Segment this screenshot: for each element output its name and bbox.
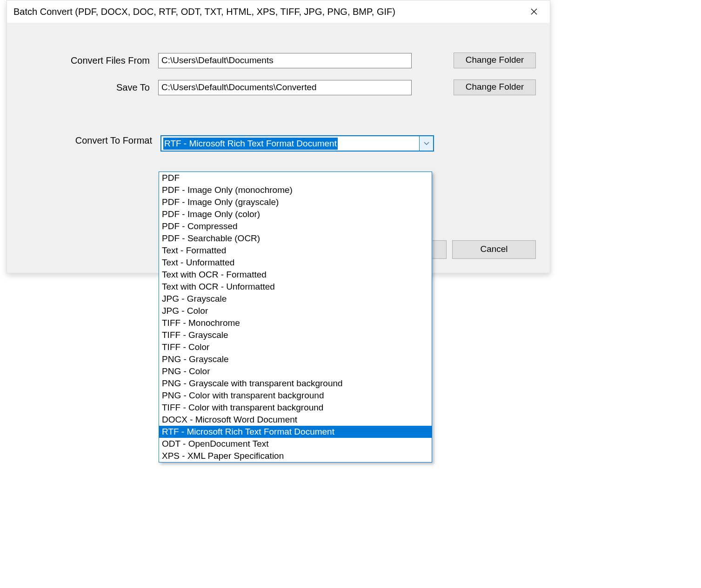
format-option[interactable]: Text with OCR - Unformatted (159, 281, 432, 293)
format-option[interactable]: TIFF - Color with transparent background (159, 402, 432, 414)
close-button[interactable] (525, 5, 543, 18)
dialog-title: Batch Convert (PDF, DOCX, DOC, RTF, ODT,… (13, 7, 395, 17)
format-combobox[interactable]: RTF - Microsoft Rich Text Format Documen… (160, 135, 434, 152)
save-to-input[interactable] (158, 80, 412, 95)
format-option[interactable]: TIFF - Color (159, 341, 432, 353)
format-option[interactable]: Text - Formatted (159, 244, 432, 257)
row-format: Convert To Format RTF - Microsoft Rich T… (21, 135, 536, 152)
format-option[interactable]: TIFF - Grayscale (159, 329, 432, 341)
format-option[interactable]: PDF (159, 172, 432, 184)
format-option[interactable]: ODT - OpenDocument Text (159, 438, 432, 450)
format-combo-wrap: RTF - Microsoft Rich Text Format Documen… (160, 135, 434, 152)
close-icon (531, 8, 537, 15)
chevron-down-icon (424, 142, 429, 145)
format-option[interactable]: TIFF - Monochrome (159, 317, 432, 329)
format-selected-display: RTF - Microsoft Rich Text Format Documen… (161, 136, 419, 151)
format-option[interactable]: PNG - Color with transparent background (159, 390, 432, 402)
row-save-to: Save To Change Folder (21, 79, 536, 95)
format-option[interactable]: PNG - Color (159, 365, 432, 377)
format-option[interactable]: PDF - Image Only (color) (159, 208, 432, 220)
format-dropdown-list[interactable]: PDFPDF - Image Only (monochrome)PDF - Im… (159, 172, 432, 462)
format-option[interactable]: JPG - Color (159, 305, 432, 317)
format-option[interactable]: Text with OCR - Formatted (159, 269, 432, 281)
label-convert-from: Convert Files From (21, 55, 158, 66)
titlebar: Batch Convert (PDF, DOCX, DOC, RTF, ODT,… (7, 0, 550, 23)
change-folder-saveto-button[interactable]: Change Folder (454, 79, 536, 95)
format-option[interactable]: PDF - Searchable (OCR) (159, 232, 432, 244)
format-option[interactable]: PDF - Image Only (grayscale) (159, 196, 432, 208)
format-option[interactable]: DOCX - Microsoft Word Document (159, 414, 432, 426)
occluded-button-edge[interactable] (433, 240, 447, 259)
change-folder-from-button[interactable]: Change Folder (454, 53, 536, 68)
format-selected-text: RTF - Microsoft Rich Text Format Documen… (163, 138, 338, 150)
label-format: Convert To Format (21, 135, 160, 146)
row-convert-from: Convert Files From Change Folder (21, 53, 536, 68)
cancel-button[interactable]: Cancel (452, 240, 536, 259)
format-combobox-arrow[interactable] (419, 136, 433, 151)
format-option[interactable]: PNG - Grayscale (159, 353, 432, 365)
format-option[interactable]: PDF - Compressed (159, 220, 432, 232)
format-option[interactable]: XPS - XML Paper Specification (159, 450, 432, 462)
format-option[interactable]: PNG - Grayscale with transparent backgro… (159, 377, 432, 390)
format-option[interactable]: PDF - Image Only (monochrome) (159, 184, 432, 196)
format-option[interactable]: JPG - Grayscale (159, 293, 432, 305)
format-option[interactable]: RTF - Microsoft Rich Text Format Documen… (159, 426, 432, 438)
label-save-to: Save To (21, 82, 158, 93)
format-option[interactable]: Text - Unformatted (159, 257, 432, 269)
convert-from-input[interactable] (158, 53, 412, 68)
